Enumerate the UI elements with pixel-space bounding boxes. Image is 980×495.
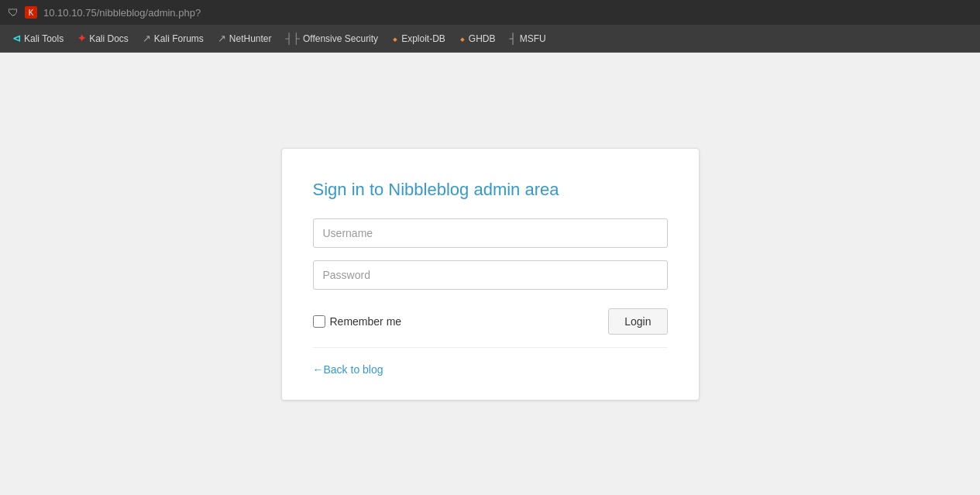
- browser-url: 10.10.10.75/nibbleblog/admin.php?: [43, 7, 201, 19]
- bookmark-ghdb[interactable]: ⬥ GHDB: [453, 29, 502, 47]
- form-actions-row: Remember me Login: [313, 308, 668, 335]
- back-to-blog-link[interactable]: ←Back to blog: [313, 363, 383, 376]
- bookmark-label: Kali Tools: [24, 33, 64, 44]
- remember-me-text: Remember me: [330, 315, 402, 328]
- username-input[interactable]: [313, 218, 668, 248]
- bookmark-label: Offensive Security: [303, 33, 378, 44]
- bookmark-nethunter[interactable]: ↗ NetHunter: [211, 29, 278, 47]
- shield-icon: 🛡: [8, 6, 19, 19]
- kali-docs-icon: ✦: [77, 33, 86, 44]
- divider: [313, 347, 668, 348]
- page-content: Sign in to Nibbleblog admin area Remembe…: [0, 53, 980, 495]
- browser-bar: 🛡 K 10.10.10.75/nibbleblog/admin.php?: [0, 0, 980, 25]
- nethunter-icon: ↗: [218, 33, 226, 44]
- ghdb-icon: ⬥: [459, 33, 466, 44]
- bookmark-offensive-security[interactable]: ┤├ Offensive Security: [280, 29, 385, 47]
- bookmark-label: NetHunter: [229, 33, 272, 44]
- login-title: Sign in to Nibbleblog admin area: [313, 180, 668, 200]
- url-base: 10.10.10.75: [43, 7, 97, 19]
- remember-me-checkbox[interactable]: [313, 315, 325, 328]
- browser-favicon: K: [25, 6, 37, 19]
- msfu-icon: ┤: [509, 33, 516, 44]
- bookmark-kali-forums[interactable]: ↗ Kali Forums: [136, 29, 210, 47]
- bookmark-kali-docs[interactable]: ✦ Kali Docs: [71, 29, 135, 47]
- login-card: Sign in to Nibbleblog admin area Remembe…: [281, 148, 700, 400]
- bookmark-label: MSFU: [520, 33, 546, 44]
- bookmark-bar: ⊲ Kali Tools ✦ Kali Docs ↗ Kali Forums ↗…: [0, 25, 980, 53]
- kali-tools-icon: ⊲: [12, 33, 21, 44]
- url-path: /nibbleblog/admin.php?: [97, 7, 201, 19]
- password-input[interactable]: [313, 260, 668, 290]
- bookmark-exploit-db[interactable]: ⬥ Exploit-DB: [386, 29, 452, 47]
- bookmark-msfu[interactable]: ┤ MSFU: [503, 29, 552, 47]
- bookmark-label: GHDB: [469, 33, 496, 44]
- remember-me-label[interactable]: Remember me: [313, 315, 402, 328]
- bookmark-label: Kali Forums: [154, 33, 204, 44]
- kali-forums-icon: ↗: [143, 33, 151, 44]
- bookmark-kali-tools[interactable]: ⊲ Kali Tools: [6, 29, 70, 47]
- exploit-db-icon: ⬥: [392, 33, 398, 44]
- offensive-security-icon: ┤├: [286, 33, 300, 44]
- bookmark-label: Exploit-DB: [401, 33, 445, 44]
- login-button[interactable]: Login: [608, 308, 667, 335]
- bookmark-label: Kali Docs: [89, 33, 129, 44]
